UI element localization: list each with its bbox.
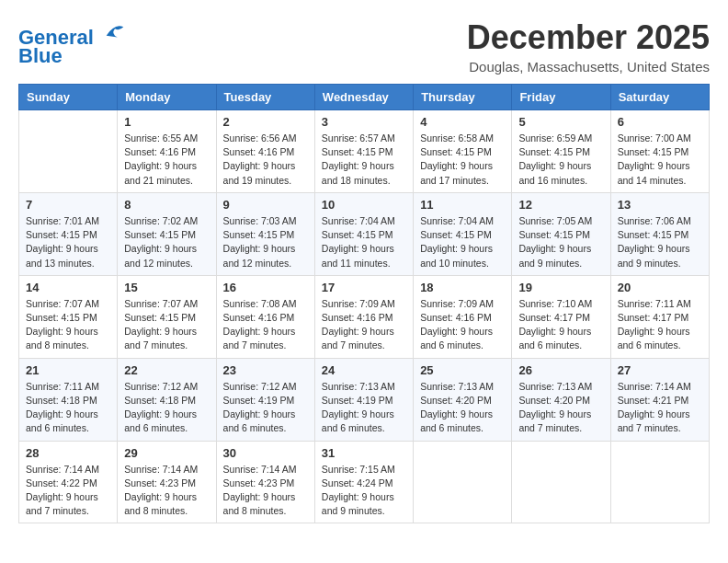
daylight-text: Daylight: 9 hours and 14 minutes. [618, 160, 690, 185]
day-info: Sunrise: 6:57 AM Sunset: 4:15 PM Dayligh… [322, 132, 406, 188]
day-info: Sunrise: 7:04 AM Sunset: 4:15 PM Dayligh… [420, 214, 505, 270]
day-info: Sunrise: 7:14 AM Sunset: 4:21 PM Dayligh… [618, 380, 702, 436]
sunrise-text: Sunrise: 7:03 AM [223, 215, 297, 226]
sunset-text: Sunset: 4:17 PM [518, 312, 590, 323]
calendar-cell: 24 Sunrise: 7:13 AM Sunset: 4:19 PM Dayl… [314, 358, 413, 441]
calendar-cell: 27 Sunrise: 7:14 AM Sunset: 4:21 PM Dayl… [610, 358, 709, 441]
sunset-text: Sunset: 4:20 PM [420, 395, 492, 406]
calendar-cell: 14 Sunrise: 7:07 AM Sunset: 4:15 PM Dayl… [19, 275, 118, 358]
sunset-text: Sunset: 4:15 PM [420, 229, 492, 240]
day-info: Sunrise: 7:14 AM Sunset: 4:23 PM Dayligh… [124, 463, 209, 519]
sunset-text: Sunset: 4:15 PM [124, 229, 196, 240]
daylight-text: Daylight: 9 hours and 12 minutes. [223, 243, 296, 268]
daylight-text: Daylight: 9 hours and 6 minutes. [26, 408, 98, 433]
day-info: Sunrise: 7:09 AM Sunset: 4:16 PM Dayligh… [322, 297, 406, 353]
sunset-text: Sunset: 4:16 PM [223, 146, 295, 157]
day-header-wednesday: Wednesday [314, 85, 413, 110]
sunset-text: Sunset: 4:16 PM [420, 312, 492, 323]
day-info: Sunrise: 6:56 AM Sunset: 4:16 PM Dayligh… [223, 132, 308, 188]
sunset-text: Sunset: 4:15 PM [618, 229, 689, 240]
day-number: 1 [124, 115, 209, 129]
daylight-text: Daylight: 9 hours and 6 minutes. [420, 408, 493, 433]
sunset-text: Sunset: 4:20 PM [518, 395, 590, 406]
sunset-text: Sunset: 4:22 PM [26, 477, 97, 488]
day-number: 7 [26, 198, 110, 212]
day-header-tuesday: Tuesday [216, 85, 314, 110]
sunset-text: Sunset: 4:15 PM [420, 146, 492, 157]
day-info: Sunrise: 7:13 AM Sunset: 4:19 PM Dayligh… [322, 380, 406, 436]
daylight-text: Daylight: 9 hours and 6 minutes. [518, 326, 591, 350]
sunset-text: Sunset: 4:19 PM [322, 395, 393, 406]
sunrise-text: Sunrise: 7:04 AM [322, 215, 395, 226]
daylight-text: Daylight: 9 hours and 18 minutes. [322, 160, 394, 185]
sunset-text: Sunset: 4:15 PM [26, 312, 97, 323]
daylight-text: Daylight: 9 hours and 11 minutes. [322, 243, 394, 268]
sunrise-text: Sunrise: 7:14 AM [223, 464, 297, 475]
calendar-cell: 1 Sunrise: 6:55 AM Sunset: 4:16 PM Dayli… [118, 110, 216, 193]
day-number: 17 [322, 281, 406, 294]
daylight-text: Daylight: 9 hours and 6 minutes. [618, 326, 690, 350]
calendar-cell: 23 Sunrise: 7:12 AM Sunset: 4:19 PM Dayl… [216, 358, 314, 441]
daylight-text: Daylight: 9 hours and 8 minutes. [223, 491, 296, 516]
sunrise-text: Sunrise: 7:01 AM [26, 215, 99, 226]
sunrise-text: Sunrise: 7:12 AM [124, 381, 198, 392]
calendar-week-row: 7 Sunrise: 7:01 AM Sunset: 4:15 PM Dayli… [19, 192, 710, 275]
calendar-cell: 21 Sunrise: 7:11 AM Sunset: 4:18 PM Dayl… [19, 358, 118, 441]
sunrise-text: Sunrise: 7:14 AM [618, 381, 691, 392]
daylight-text: Daylight: 9 hours and 16 minutes. [518, 160, 591, 185]
sunset-text: Sunset: 4:16 PM [223, 312, 295, 323]
calendar-cell [19, 110, 118, 193]
day-number: 12 [518, 198, 603, 212]
day-info: Sunrise: 7:00 AM Sunset: 4:15 PM Dayligh… [618, 132, 702, 188]
sunrise-text: Sunrise: 7:08 AM [223, 298, 297, 309]
calendar-cell: 26 Sunrise: 7:13 AM Sunset: 4:20 PM Dayl… [512, 358, 610, 441]
sunset-text: Sunset: 4:23 PM [124, 477, 196, 488]
sunset-text: Sunset: 4:15 PM [518, 146, 590, 157]
daylight-text: Daylight: 9 hours and 6 minutes. [124, 408, 197, 433]
daylight-text: Daylight: 9 hours and 9 minutes. [518, 243, 591, 268]
calendar-cell: 18 Sunrise: 7:09 AM Sunset: 4:16 PM Dayl… [414, 275, 512, 358]
page-header: General Blue December 2025 Douglas, Mass… [18, 18, 710, 75]
calendar-week-row: 21 Sunrise: 7:11 AM Sunset: 4:18 PM Dayl… [19, 358, 710, 441]
day-number: 2 [223, 115, 308, 129]
sunrise-text: Sunrise: 7:06 AM [618, 215, 691, 226]
sunset-text: Sunset: 4:18 PM [124, 395, 196, 406]
day-number: 30 [223, 446, 308, 460]
calendar-cell: 11 Sunrise: 7:04 AM Sunset: 4:15 PM Dayl… [414, 192, 512, 275]
sunrise-text: Sunrise: 6:59 AM [518, 132, 592, 144]
daylight-text: Daylight: 9 hours and 9 minutes. [322, 491, 394, 516]
day-number: 4 [420, 115, 505, 129]
day-info: Sunrise: 7:02 AM Sunset: 4:15 PM Dayligh… [124, 214, 209, 270]
day-info: Sunrise: 6:59 AM Sunset: 4:15 PM Dayligh… [518, 132, 603, 188]
calendar-week-row: 28 Sunrise: 7:14 AM Sunset: 4:22 PM Dayl… [19, 441, 710, 523]
calendar-header-row: SundayMondayTuesdayWednesdayThursdayFrid… [19, 85, 710, 110]
calendar-cell: 15 Sunrise: 7:07 AM Sunset: 4:15 PM Dayl… [118, 275, 216, 358]
day-info: Sunrise: 7:04 AM Sunset: 4:15 PM Dayligh… [322, 214, 406, 270]
daylight-text: Daylight: 9 hours and 6 minutes. [420, 326, 493, 350]
day-number: 23 [223, 363, 308, 377]
sunrise-text: Sunrise: 6:55 AM [124, 132, 198, 144]
day-number: 21 [26, 363, 110, 377]
logo: General Blue [18, 18, 128, 67]
calendar-cell [512, 441, 610, 523]
sunrise-text: Sunrise: 7:14 AM [124, 464, 198, 475]
day-number: 24 [322, 363, 406, 377]
day-info: Sunrise: 7:13 AM Sunset: 4:20 PM Dayligh… [518, 380, 603, 436]
day-header-friday: Friday [512, 85, 610, 110]
sunset-text: Sunset: 4:15 PM [322, 229, 393, 240]
sunrise-text: Sunrise: 6:57 AM [322, 132, 395, 144]
day-info: Sunrise: 7:14 AM Sunset: 4:22 PM Dayligh… [26, 463, 110, 519]
sunrise-text: Sunrise: 6:56 AM [223, 132, 297, 144]
day-header-sunday: Sunday [19, 85, 118, 110]
day-info: Sunrise: 7:01 AM Sunset: 4:15 PM Dayligh… [26, 214, 110, 270]
day-number: 8 [124, 198, 209, 212]
sunrise-text: Sunrise: 7:09 AM [420, 298, 494, 309]
calendar-cell: 9 Sunrise: 7:03 AM Sunset: 4:15 PM Dayli… [216, 192, 314, 275]
day-number: 15 [124, 281, 209, 294]
calendar-table: SundayMondayTuesdayWednesdayThursdayFrid… [18, 84, 710, 523]
day-number: 29 [124, 446, 209, 460]
daylight-text: Daylight: 9 hours and 7 minutes. [223, 326, 296, 350]
daylight-text: Daylight: 9 hours and 7 minutes. [618, 408, 690, 433]
day-number: 25 [420, 363, 505, 377]
sunset-text: Sunset: 4:23 PM [223, 477, 295, 488]
